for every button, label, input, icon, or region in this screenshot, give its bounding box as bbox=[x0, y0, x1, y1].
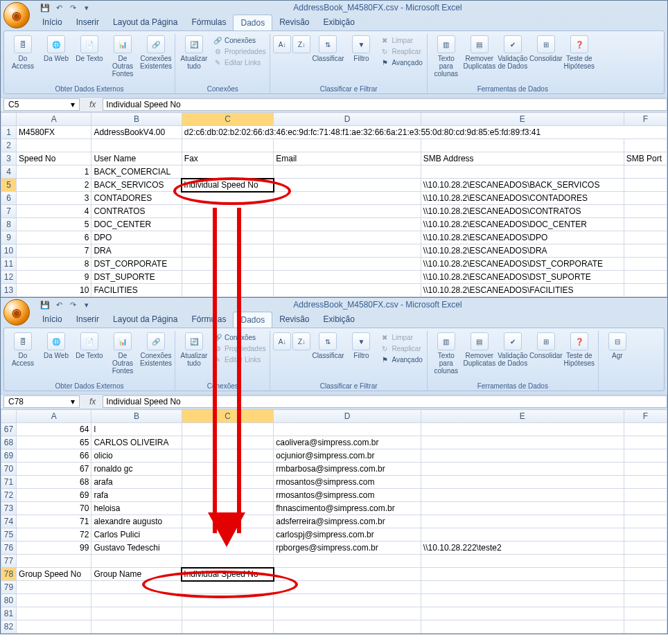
row-header[interactable]: 81 bbox=[1, 607, 17, 620]
cell[interactable] bbox=[182, 231, 273, 244]
col-header-C[interactable]: C bbox=[182, 410, 273, 423]
tab-data[interactable]: Dados bbox=[233, 312, 272, 328]
cell[interactable] bbox=[17, 581, 91, 594]
cell[interactable]: 64 bbox=[17, 423, 91, 436]
cell[interactable] bbox=[182, 205, 273, 218]
row-header[interactable]: 76 bbox=[1, 542, 17, 555]
cell[interactable] bbox=[182, 555, 273, 568]
tab-layout[interactable]: Layout da Página bbox=[106, 15, 184, 30]
cell[interactable]: d2:c6:db:02:b2:02:66:d3:46:ec:9d:fc:71:4… bbox=[182, 126, 667, 139]
whatif-button[interactable]: ❓Teste de Hipóteses bbox=[565, 35, 594, 70]
cell[interactable] bbox=[624, 258, 667, 271]
cell[interactable] bbox=[624, 179, 667, 192]
col-header-D[interactable]: D bbox=[274, 410, 421, 423]
sort-desc-button[interactable]: Z↓ bbox=[294, 35, 309, 55]
row-header[interactable]: 5 bbox=[1, 179, 17, 192]
cell[interactable]: Gustavo Tedeschi bbox=[91, 542, 182, 555]
col-header-A[interactable]: A bbox=[17, 113, 91, 126]
cell[interactable] bbox=[274, 179, 421, 192]
edit-links-button[interactable]: ✎Editar Links bbox=[213, 57, 265, 67]
cell[interactable] bbox=[624, 528, 667, 542]
cell[interactable]: DST_SUPORTE bbox=[91, 271, 182, 284]
col-header-A[interactable]: A bbox=[17, 410, 91, 423]
edit-links-button[interactable]: ✎Editar Links bbox=[213, 355, 265, 364]
ribbon-tabs[interactable]: Início Inserir Layout da Página Fórmulas… bbox=[35, 312, 667, 328]
cell[interactable]: ronaldo gc bbox=[91, 463, 182, 476]
cell[interactable]: 68 bbox=[17, 476, 91, 489]
sort-button[interactable]: ⇅Classificar bbox=[313, 332, 342, 359]
remove-dup-button[interactable]: ▤Remover Duplicatas bbox=[465, 35, 494, 70]
cell[interactable] bbox=[182, 436, 273, 449]
cell[interactable]: BACK_SERVICOS bbox=[91, 179, 182, 192]
cell[interactable] bbox=[421, 515, 624, 528]
cell[interactable] bbox=[274, 620, 421, 634]
row-header[interactable]: 82 bbox=[1, 620, 17, 634]
cell[interactable] bbox=[624, 205, 667, 218]
cell[interactable]: \\10.10.28.2\ESCANEADOS\CONTRATOS bbox=[421, 205, 624, 218]
col-header-B[interactable]: B bbox=[91, 410, 182, 423]
cell[interactable]: SMB Port bbox=[624, 152, 667, 166]
cell[interactable]: Fax bbox=[182, 152, 273, 166]
cell[interactable] bbox=[182, 449, 273, 463]
cell[interactable]: CARLOS OLIVEIRA bbox=[91, 436, 182, 449]
cell[interactable] bbox=[624, 271, 667, 284]
cell[interactable]: \\10.10.28.222\teste2 bbox=[421, 542, 624, 555]
cell[interactable]: heloisa bbox=[91, 502, 182, 515]
cell[interactable] bbox=[624, 449, 667, 463]
cell[interactable]: 6 bbox=[17, 231, 91, 244]
advanced-filter-button[interactable]: ⚑Avançado bbox=[380, 355, 422, 364]
filter-button[interactable]: ▼Filtro bbox=[346, 35, 376, 62]
cell[interactable] bbox=[182, 271, 273, 284]
cell[interactable]: DPO bbox=[91, 231, 182, 244]
cell[interactable]: 69 bbox=[17, 489, 91, 502]
cell[interactable] bbox=[624, 423, 667, 436]
advanced-filter-button[interactable]: ⚑Avançado bbox=[380, 57, 422, 67]
from-other-button[interactable]: 📊De Outras Fontes bbox=[108, 35, 137, 78]
cell[interactable] bbox=[421, 620, 624, 634]
cell[interactable] bbox=[421, 449, 624, 463]
whatif-button[interactable]: ❓Teste de Hipóteses bbox=[565, 332, 594, 367]
cell[interactable]: arafa bbox=[91, 476, 182, 489]
row-header[interactable]: 69 bbox=[1, 449, 17, 463]
cell[interactable] bbox=[17, 607, 91, 620]
office-button[interactable]: ◉ bbox=[3, 299, 30, 325]
tab-layout[interactable]: Layout da Página bbox=[106, 312, 184, 328]
connections-button[interactable]: 🔗Conexões bbox=[213, 332, 265, 342]
existing-conn-button[interactable]: 🔗Conexões Existentes bbox=[141, 332, 170, 367]
cell[interactable] bbox=[624, 515, 667, 528]
cell[interactable]: 2 bbox=[17, 179, 91, 192]
cell[interactable]: User Name bbox=[91, 152, 182, 166]
cell[interactable]: SMB Address bbox=[421, 152, 624, 166]
cell[interactable]: BACK_COMERCIAL bbox=[91, 166, 182, 179]
clear-filter-button[interactable]: ✖Limpar bbox=[380, 35, 422, 45]
cell[interactable] bbox=[17, 594, 91, 607]
cell[interactable] bbox=[624, 476, 667, 489]
row-header[interactable]: 71 bbox=[1, 476, 17, 489]
cell[interactable] bbox=[624, 542, 667, 555]
cell[interactable]: CONTRATOS bbox=[91, 205, 182, 218]
select-all-cell[interactable] bbox=[1, 410, 17, 423]
cell[interactable] bbox=[624, 581, 667, 594]
col-header-F[interactable]: F bbox=[624, 410, 667, 423]
tab-home[interactable]: Início bbox=[35, 15, 69, 30]
row-header[interactable]: 1 bbox=[1, 126, 17, 139]
cell[interactable] bbox=[624, 244, 667, 258]
cell[interactable] bbox=[182, 515, 273, 528]
cell[interactable]: adsferreira@simpress.com.br bbox=[274, 515, 421, 528]
worksheet-grid[interactable]: A B C D E F 6764l6865CARLOS OLIVEIRAcaol… bbox=[1, 409, 667, 634]
tab-insert[interactable]: Inserir bbox=[69, 15, 106, 30]
cell[interactable] bbox=[624, 231, 667, 244]
from-text-button[interactable]: 📄De Texto bbox=[75, 35, 104, 62]
row-header[interactable]: 13 bbox=[1, 284, 17, 297]
cell[interactable] bbox=[182, 476, 273, 489]
from-other-button[interactable]: 📊De Outras Fontes bbox=[108, 332, 137, 375]
col-header-B[interactable]: B bbox=[91, 113, 182, 126]
cell[interactable]: l bbox=[91, 423, 182, 436]
from-text-button[interactable]: 📄De Texto bbox=[75, 332, 104, 359]
fx-icon[interactable]: fx bbox=[82, 397, 103, 406]
quick-access-toolbar[interactable]: 💾 ↶ ↷ ▾ bbox=[39, 2, 92, 13]
cell[interactable]: \\10.10.28.2\ESCANEADOS\DOC_CENTER bbox=[421, 218, 624, 231]
cell[interactable] bbox=[624, 594, 667, 607]
cell[interactable] bbox=[182, 284, 273, 297]
fx-icon[interactable]: fx bbox=[82, 100, 103, 109]
